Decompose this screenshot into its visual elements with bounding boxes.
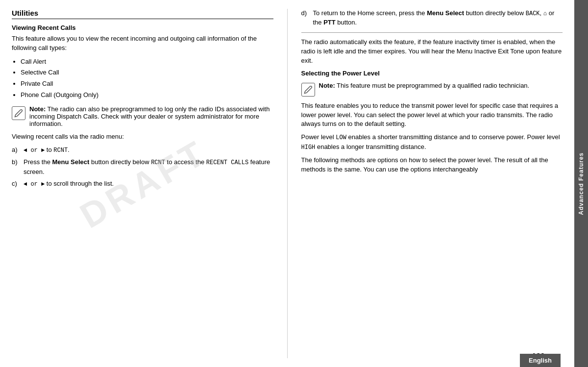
step-d: d) To return to the Home screen, press t… [301, 9, 563, 27]
list-item: Call Alert [21, 57, 273, 67]
left-column: Utilities Viewing Recent Calls This feat… [12, 9, 288, 358]
step-a-mono2: RCNT [53, 147, 68, 154]
step-a-label: a) [12, 146, 24, 155]
note-icon-left [12, 106, 25, 120]
list-item: Selective Call [21, 68, 273, 78]
step-d-bold1: Menu Select [427, 9, 464, 17]
call-types-list: Call Alert Selective Call Private Call P… [21, 57, 273, 100]
list-item: Phone Call (Outgoing Only) [21, 90, 273, 100]
pencil-icon [14, 109, 23, 118]
note-icon-right [301, 83, 315, 97]
note-content-left: Note: The radio can also be preprogramme… [29, 105, 273, 127]
power-high-mono: HIGH [301, 144, 316, 151]
step-c-label: c) [12, 179, 24, 189]
step-a-content: ◄ or ► to RCNT. [24, 146, 273, 155]
steps-intro: Viewing recent calls via the radio menu: [12, 132, 273, 142]
note-label-left: Note: [29, 105, 46, 113]
power-low-mono: LOW [336, 134, 346, 141]
english-tab: English [520, 354, 561, 367]
section-title: Utilities [12, 9, 273, 19]
step-a-mono1: ◄ or ► [24, 147, 45, 154]
step-d-mono1: BACK [526, 10, 540, 17]
subsection-title: Viewing Recent Calls [12, 24, 273, 31]
auto-exit-text: The radio automatically exits the featur… [301, 38, 563, 66]
step-d-content: To return to the Home screen, press the … [313, 9, 563, 27]
following-text: The following methods are options on how… [301, 156, 563, 174]
note-box-right: Note: This feature must be preprogrammed… [301, 82, 563, 97]
intro-text: This feature allows you to view the rece… [12, 34, 273, 53]
step-c: c) ◄ or ► to scroll through the list. [12, 179, 273, 189]
step-d-bold2: PTT [323, 19, 336, 26]
step-b-label: b) [12, 158, 24, 176]
note2-text-content: This feature must be preprogrammed by a … [337, 82, 529, 89]
power-level-text: Power level LOW enables a shorter transm… [301, 133, 563, 152]
side-tab-text: Advanced Features [578, 152, 585, 215]
note-text-left: The radio can also be preprogrammed to l… [29, 105, 270, 127]
step-c-content: ◄ or ► to scroll through the list. [24, 179, 273, 189]
step-a: a) ◄ or ► to RCNT. [12, 146, 273, 155]
power-low-suffix: enables a shorter transmitting distance … [346, 133, 560, 141]
power-low-prefix: Power level [301, 133, 336, 141]
steps-list: a) ◄ or ► to RCNT. b) Press the Menu Sel… [12, 146, 273, 189]
step-b-mono2: RECENT CALLS [206, 159, 248, 166]
step-d-label: d) [301, 9, 313, 27]
step-b: b) Press the Menu Select button directly… [12, 158, 273, 176]
step-b-mono1: RCNT [151, 159, 165, 166]
menu-select-bold: Menu Select [52, 158, 90, 166]
pencil-icon-right [304, 85, 313, 94]
note-box-left: Note: The radio can also be preprogramme… [12, 105, 273, 127]
right-column: d) To return to the Home screen, press t… [288, 9, 563, 358]
power-high-suffix: enables a longer transmitting distance. [315, 143, 426, 150]
list-item: Private Call [21, 79, 273, 89]
feature-desc: This feature enables you to reduce the t… [301, 101, 563, 129]
step-c-mono: ◄ or ► [24, 181, 45, 188]
divider-1 [301, 32, 563, 33]
subsection2-title: Selecting the Power Level [301, 70, 563, 77]
home-icon: ⌂ [543, 9, 547, 18]
note-content-right: Note: This feature must be preprogrammed… [319, 82, 563, 89]
step-b-content: Press the Menu Select button directly be… [24, 158, 273, 176]
side-tab: Advanced Features [574, 0, 588, 367]
note2-label: Note: [319, 82, 335, 89]
